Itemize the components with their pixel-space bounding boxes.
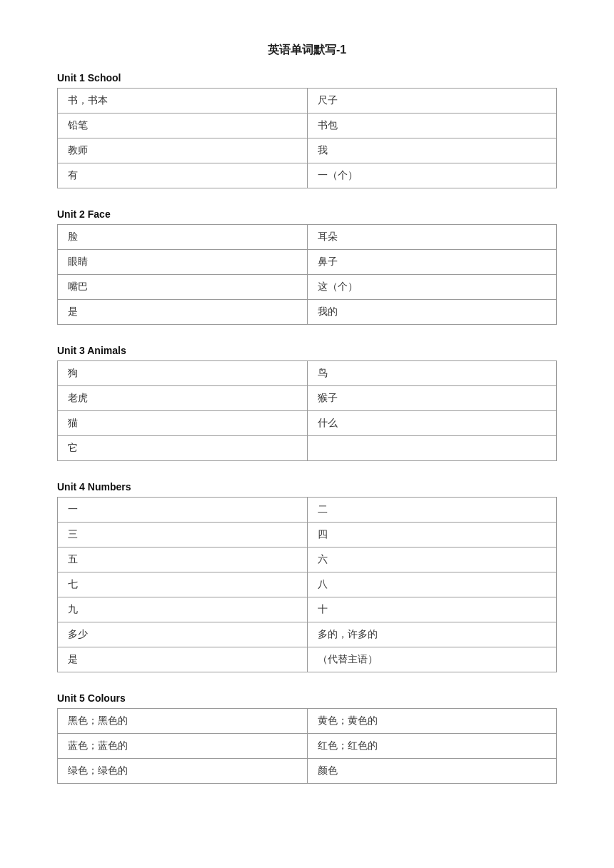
table-row: 绿色；绿色的颜色 [58,759,557,784]
table-cell: 五 [58,547,308,572]
table-cell: 老虎 [58,386,308,411]
table-unit5: 黑色；黑色的黄色；黄色的蓝色；蓝色的红色；红色的绿色；绿色的颜色 [57,708,557,784]
table-cell: 七 [58,572,308,597]
section-title-unit3: Unit 3 Animals [57,345,557,356]
table-cell: 多少 [58,622,308,647]
table-cell: 猴子 [307,386,557,411]
table-cell: 我 [307,138,557,163]
table-cell: 一 [58,498,308,523]
table-row: 书，书本尺子 [58,89,557,113]
table-cell: 书，书本 [58,89,308,113]
table-cell: 黄色；黄色的 [307,709,557,734]
table-cell: 我的 [307,300,557,325]
table-cell: 眼睛 [58,250,308,275]
section-unit1: Unit 1 School书，书本尺子铅笔书包教师我有一（个） [57,72,557,188]
table-row: 七八 [58,572,557,597]
table-cell: 九 [58,597,308,622]
table-cell: 鼻子 [307,250,557,275]
table-cell: 什么 [307,411,557,436]
table-unit2: 脸耳朵眼睛鼻子嘴巴这（个）是我的 [57,224,557,325]
table-row: 老虎猴子 [58,386,557,411]
table-cell: 黑色；黑色的 [58,709,308,734]
table-row: 多少多的，许多的 [58,622,557,647]
table-cell: 三 [58,523,308,547]
section-unit4: Unit 4 Numbers一二三四五六七八九十多少多的，许多的是（代替主语） [57,481,557,672]
section-title-unit5: Unit 5 Colours [57,692,557,704]
table-cell: 猫 [58,411,308,436]
table-cell: 尺子 [307,89,557,113]
table-row: 蓝色；蓝色的红色；红色的 [58,734,557,759]
table-cell: 脸 [58,225,308,250]
table-row: 是（代替主语） [58,647,557,672]
table-row: 黑色；黑色的黄色；黄色的 [58,709,557,734]
section-title-unit2: Unit 2 Face [57,208,557,220]
table-cell: 多的，许多的 [307,622,557,647]
table-cell: 书包 [307,113,557,138]
table-cell: 有 [58,163,308,188]
table-cell: 教师 [58,138,308,163]
table-cell: 狗 [58,361,308,386]
table-unit1: 书，书本尺子铅笔书包教师我有一（个） [57,88,557,188]
table-cell: 这（个） [307,275,557,300]
table-row: 嘴巴这（个） [58,275,557,300]
table-cell: 是 [58,300,308,325]
table-cell: （代替主语） [307,647,557,672]
table-unit4: 一二三四五六七八九十多少多的，许多的是（代替主语） [57,497,557,672]
table-cell [307,436,557,461]
table-row: 有一（个） [58,163,557,188]
section-unit3: Unit 3 Animals狗鸟老虎猴子猫什么它 [57,345,557,461]
table-unit3: 狗鸟老虎猴子猫什么它 [57,360,557,461]
table-cell: 鸟 [307,361,557,386]
section-unit2: Unit 2 Face脸耳朵眼睛鼻子嘴巴这（个）是我的 [57,208,557,325]
table-cell: 十 [307,597,557,622]
table-cell: 六 [307,547,557,572]
table-row: 教师我 [58,138,557,163]
table-cell: 耳朵 [307,225,557,250]
table-cell: 二 [307,498,557,523]
table-cell: 它 [58,436,308,461]
section-title-unit1: Unit 1 School [57,72,557,84]
table-cell: 嘴巴 [58,275,308,300]
table-row: 九十 [58,597,557,622]
table-row: 眼睛鼻子 [58,250,557,275]
table-cell: 八 [307,572,557,597]
table-cell: 颜色 [307,759,557,784]
table-row: 它 [58,436,557,461]
section-unit5: Unit 5 Colours黑色；黑色的黄色；黄色的蓝色；蓝色的红色；红色的绿色… [57,692,557,784]
table-row: 狗鸟 [58,361,557,386]
table-cell: 红色；红色的 [307,734,557,759]
table-cell: 是 [58,647,308,672]
table-cell: 铅笔 [58,113,308,138]
table-row: 是我的 [58,300,557,325]
page-title: 英语单词默写-1 [57,43,557,58]
table-cell: 绿色；绿色的 [58,759,308,784]
table-row: 脸耳朵 [58,225,557,250]
table-row: 一二 [58,498,557,523]
table-cell: 一（个） [307,163,557,188]
table-row: 猫什么 [58,411,557,436]
table-row: 五六 [58,547,557,572]
table-row: 三四 [58,523,557,547]
table-cell: 四 [307,523,557,547]
table-row: 铅笔书包 [58,113,557,138]
table-cell: 蓝色；蓝色的 [58,734,308,759]
section-title-unit4: Unit 4 Numbers [57,481,557,493]
